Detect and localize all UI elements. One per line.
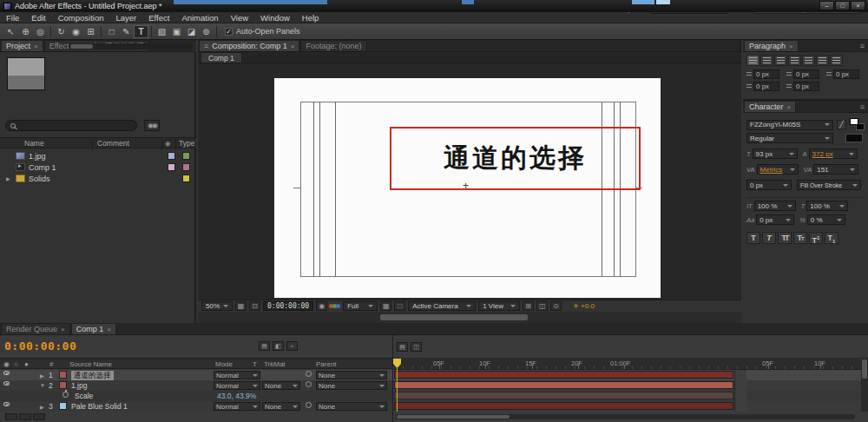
parent-pickwhip-icon[interactable]	[306, 371, 312, 377]
camera-tool-icon[interactable]	[69, 25, 83, 38]
fill-stroke-swatches[interactable]	[850, 118, 865, 131]
label-color-chip[interactable]	[182, 175, 190, 182]
close-icon[interactable]	[787, 102, 792, 111]
transparency-grid-icon[interactable]: □	[394, 301, 405, 311]
fill-color-swatch[interactable]	[850, 118, 858, 125]
expand-inout-toggle[interactable]	[33, 413, 45, 420]
scrollbar-thumb[interactable]	[397, 415, 510, 419]
rotate-tool-icon[interactable]	[54, 25, 69, 38]
viewer-horizontal-scrollbar[interactable]	[380, 314, 528, 320]
expand-transfer-controls-toggle[interactable]	[19, 413, 31, 420]
puppet-tool-icon[interactable]	[199, 25, 214, 38]
parent-column[interactable]: Parent	[316, 360, 337, 368]
viewer-timecode[interactable]: 0:00:00:00	[263, 301, 313, 311]
label-color-chip[interactable]	[168, 163, 175, 171]
scale-property-row[interactable]: Scale 43.0, 43.9%	[0, 391, 392, 401]
layer-color-chip[interactable]	[59, 371, 67, 379]
align-center-button[interactable]	[760, 55, 773, 66]
track-row-1[interactable]	[393, 370, 868, 380]
subtab-comp1[interactable]: Comp 1	[201, 52, 242, 63]
pen-tool-icon[interactable]	[119, 25, 134, 38]
menu-animation[interactable]: Animation	[175, 12, 224, 23]
tab-timeline-comp1[interactable]: Comp 1	[71, 323, 116, 334]
tab-composition[interactable]: Composition: Comp 1	[199, 40, 299, 51]
tracking-field[interactable]: VA 151	[804, 164, 859, 175]
close-icon[interactable]	[61, 325, 65, 333]
t-column[interactable]: T	[253, 360, 257, 368]
graph-editor-icon[interactable]: ≈	[286, 341, 298, 351]
show-channel-icon[interactable]	[330, 304, 340, 308]
kerning-dropdown[interactable]: Metrics	[757, 164, 799, 175]
label-color-chip[interactable]	[168, 152, 175, 160]
menu-window[interactable]: Window	[254, 12, 296, 23]
align-left-button[interactable]	[746, 55, 760, 66]
stopwatch-icon[interactable]	[62, 392, 69, 398]
column-comment[interactable]: Comment	[97, 139, 129, 148]
menu-edit[interactable]: Edit	[25, 12, 51, 23]
column-divider[interactable]	[161, 139, 162, 150]
close-button[interactable]	[851, 1, 865, 10]
layer-color-chip[interactable]	[59, 381, 67, 389]
pan-behind-tool-icon[interactable]	[83, 25, 98, 38]
stroke-preview-swatch[interactable]	[845, 134, 863, 142]
small-caps-button[interactable]: TT	[793, 232, 807, 244]
parent-dropdown[interactable]: None	[316, 402, 387, 411]
baseline-shift-field[interactable]: Aa 0 px	[746, 214, 794, 225]
horizontal-scale-field[interactable]: T 100 %	[801, 201, 849, 211]
selection-tool-icon[interactable]	[3, 25, 18, 38]
font-style-dropdown[interactable]: Regular	[746, 133, 833, 143]
space-after-field[interactable]: 0 px	[786, 82, 819, 91]
pixel-aspect-icon[interactable]: ⊞	[523, 301, 534, 311]
space-after-value[interactable]: 0 px	[793, 82, 819, 91]
indent-right-value[interactable]: 0 px	[833, 69, 859, 79]
tsume-field[interactable]: % 0 %	[799, 214, 845, 225]
binoculars-icon[interactable]	[144, 120, 160, 131]
fast-preview-icon[interactable]: ◫	[536, 301, 548, 311]
tracking-dropdown[interactable]: 151	[813, 164, 858, 175]
faux-bold-button[interactable]: T	[746, 232, 760, 244]
layer-row-1[interactable]: ▶ 1 通道的选择 Normal None	[0, 370, 392, 380]
panel-menu-icon[interactable]	[860, 42, 868, 50]
layer-row-2[interactable]: ▼ 2 1.jpg Normal None None	[0, 380, 392, 391]
property-label[interactable]: Scale	[75, 392, 93, 400]
timeline-horizontal-scrollbar[interactable]	[395, 414, 855, 419]
leading-dropdown[interactable]: 372 px	[809, 148, 858, 159]
space-before-value[interactable]: 0 px	[753, 82, 779, 91]
superscript-button[interactable]: T1	[809, 232, 823, 244]
eye-icon[interactable]	[3, 402, 10, 406]
camera-dropdown[interactable]: Active Camera	[408, 301, 476, 311]
snapshot-icon[interactable]: ◉	[316, 301, 327, 311]
project-item-solids[interactable]: ▶ Solids	[0, 173, 196, 184]
column-divider[interactable]	[175, 139, 176, 150]
auto-open-panels-checkbox[interactable]: Auto-Open Panels	[225, 27, 300, 36]
tab-footage[interactable]: Footage: (none)	[300, 40, 366, 51]
eye-icon[interactable]	[3, 381, 10, 386]
brush-tool-icon[interactable]	[155, 25, 169, 38]
project-search-field[interactable]	[5, 120, 137, 131]
close-icon[interactable]	[107, 325, 111, 333]
stroke-width-dropdown[interactable]: 0 px	[746, 180, 792, 190]
expand-arrow-icon[interactable]: ▶	[40, 373, 44, 379]
vertical-scale-field[interactable]: IT 100 %	[746, 201, 796, 211]
source-name-column[interactable]: Source Name	[69, 360, 112, 368]
anchor-point-crosshair[interactable]	[463, 180, 469, 192]
close-icon[interactable]	[291, 42, 295, 50]
track-row-scale[interactable]	[393, 391, 868, 401]
layer-row-3[interactable]: ▶ 3 Pale Blue Solid 1 Normal None None	[0, 401, 392, 412]
panel-menu-icon[interactable]	[860, 102, 868, 111]
leading-field[interactable]: A 372 px	[803, 148, 858, 159]
column-name[interactable]: Name	[24, 139, 44, 148]
project-item-comp1[interactable]: Comp 1	[0, 162, 196, 173]
font-size-field[interactable]: T 93 px	[746, 148, 798, 159]
blend-mode-dropdown[interactable]: Normal	[214, 381, 260, 390]
parent-pickwhip-icon[interactable]	[306, 381, 312, 387]
timeline-options-icon[interactable]: ▤	[397, 342, 408, 352]
composition-viewer[interactable]: 通道的选择	[198, 63, 741, 300]
horizontal-scale-dropdown[interactable]: 100 %	[806, 201, 848, 211]
scale-value[interactable]: 43.0, 43.9%	[217, 392, 256, 400]
track-row-3[interactable]	[393, 401, 868, 412]
faux-italic-button[interactable]: T	[762, 232, 776, 244]
project-search-input[interactable]	[19, 121, 123, 131]
timeline-options-icon2[interactable]: ◫	[411, 342, 422, 352]
exposure-control[interactable]: ✳ +0.0	[573, 302, 595, 310]
